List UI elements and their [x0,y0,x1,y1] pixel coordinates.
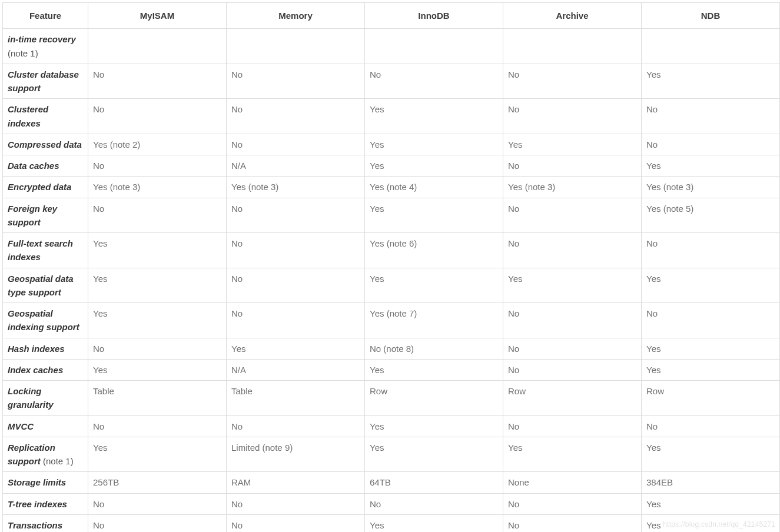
value-cell: No [227,493,365,514]
value-cell: Yes [88,437,227,472]
value-cell: 256TB [88,472,227,493]
value-cell: Yes [642,155,780,177]
value-cell: No [88,415,227,437]
value-cell: No [227,64,365,99]
feature-name: Full-text search indexes [8,238,73,262]
feature-name: Geospatial data type support [8,274,74,297]
value-cell: Yes [365,99,503,134]
table-row: Data cachesNoN/AYesNoYes [3,155,780,177]
table-row: Clustered indexesNoNoYesNoNo [3,99,780,134]
feature-name: Encrypted data [8,182,71,192]
feature-cell: Storage limits [3,472,88,493]
col-header: InnoDB [365,3,503,29]
value-cell: No [227,134,365,155]
table-row: Geospatial indexing supportYesNoYes (not… [3,303,780,338]
feature-cell: Cluster database support [3,64,88,99]
value-cell: No [503,155,642,177]
feature-name: Storage limits [8,477,66,487]
value-cell: Yes [642,437,780,472]
value-cell: Yes [503,268,642,303]
value-cell: Yes [88,268,227,303]
value-cell: No [503,415,642,437]
table-row: Hash indexesNoYesNo (note 8)NoYes [3,338,780,359]
feature-cell: Locking granularity [3,381,88,416]
col-header: Archive [503,3,642,29]
value-cell: No [503,338,642,359]
feature-cell: in-time recovery (note 1) [3,29,88,64]
value-cell: No [88,198,227,233]
value-cell: No [503,359,642,380]
value-cell: Yes [365,134,503,155]
value-cell: No [503,514,642,532]
value-cell: Yes [365,437,503,472]
feature-name: Hash indexes [8,344,65,354]
value-cell: Table [88,381,227,416]
value-cell: No [88,155,227,177]
value-cell: No [88,493,227,514]
value-cell: Yes (note 3) [227,177,365,198]
value-cell: N/A [227,155,365,177]
value-cell: No [227,268,365,303]
table-row: Foreign key supportNoNoYesNoYes (note 5) [3,198,780,233]
feature-name: in-time recovery [8,34,76,44]
value-cell: Yes [88,233,227,268]
feature-cell: T-tree indexes [3,493,88,514]
feature-name: Compressed data [8,139,82,149]
table-row: Geospatial data type supportYesNoYesYesY… [3,268,780,303]
value-cell: Yes [365,198,503,233]
value-cell: Yes [365,359,503,380]
value-cell: No [88,99,227,134]
value-cell: RAM [227,472,365,493]
value-cell: No (note 8) [365,338,503,359]
value-cell: Table [227,381,365,416]
feature-cell: MVCC [3,415,88,437]
value-cell: Yes [365,155,503,177]
value-cell: Yes (note 3) [88,177,227,198]
feature-name: Transactions [8,520,62,530]
table-row: Replication support (note 1)YesLimited (… [3,437,780,472]
feature-name: Index caches [8,365,63,375]
value-cell: Yes (note 2) [88,134,227,155]
feature-cell: Geospatial data type support [3,268,88,303]
value-cell: Yes [365,415,503,437]
value-cell: 64TB [365,472,503,493]
value-cell: No [227,99,365,134]
value-cell: Yes [642,514,780,532]
value-cell: Row [503,381,642,416]
table-row: Locking granularityTableTableRowRowRow [3,381,780,416]
value-cell: Yes (note 3) [503,177,642,198]
table-head: Feature MyISAM Memory InnoDB Archive NDB [3,3,780,29]
value-cell: No [503,493,642,514]
value-cell: Yes (note 6) [365,233,503,268]
feature-cell: Index caches [3,359,88,380]
value-cell [365,29,503,64]
value-cell: No [503,99,642,134]
value-cell: No [642,134,780,155]
col-header: NDB [642,3,780,29]
value-cell: Yes [365,514,503,532]
col-header: Feature [3,3,88,29]
feature-name: Geospatial indexing support [8,308,79,332]
value-cell: Yes [503,437,642,472]
value-cell: No [642,303,780,338]
value-cell: Yes [642,359,780,380]
table-body: in-time recovery (note 1)Cluster databas… [3,29,780,532]
value-cell: Yes [642,493,780,514]
value-cell: No [503,198,642,233]
value-cell: No [88,514,227,532]
value-cell: No [642,99,780,134]
value-cell: No [365,493,503,514]
col-header: MyISAM [88,3,227,29]
table-row: Cluster database supportNoNoNoNoYes [3,64,780,99]
table-row: Full-text search indexesYesNoYes (note 6… [3,233,780,268]
value-cell: No [642,233,780,268]
table-row: Storage limits256TBRAM64TBNone384EB [3,472,780,493]
feature-name: Foreign key support [8,204,57,227]
feature-cell: Clustered indexes [3,99,88,134]
feature-cell: Data caches [3,155,88,177]
feature-name: Data caches [8,161,59,171]
value-cell: No [503,303,642,338]
value-cell: No [88,338,227,359]
table-header-row: Feature MyISAM Memory InnoDB Archive NDB [3,3,780,29]
feature-name: Cluster database support [8,69,79,93]
